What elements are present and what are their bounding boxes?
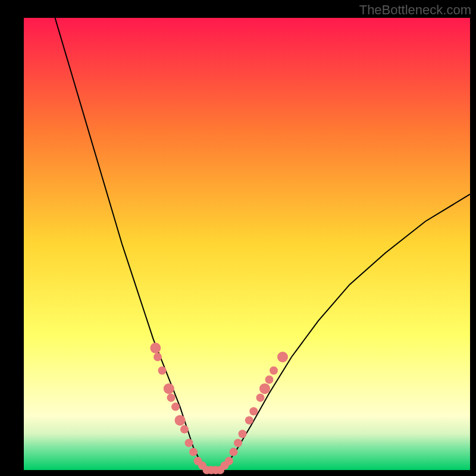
marker-dot xyxy=(230,448,238,456)
marker-dot xyxy=(225,457,233,465)
marker-dot xyxy=(249,407,258,415)
chart-container: TheBottleneck.com xyxy=(0,0,476,476)
plot-background xyxy=(24,18,470,470)
marker-dot xyxy=(189,448,198,456)
marker-dot xyxy=(175,415,186,425)
marker-dot xyxy=(256,393,265,402)
marker-dot xyxy=(245,416,253,424)
marker-dot xyxy=(259,383,270,394)
marker-dot xyxy=(270,367,278,375)
marker-dot xyxy=(277,352,288,362)
marker-dot xyxy=(180,425,189,434)
marker-dot xyxy=(185,439,193,447)
marker-dot xyxy=(167,393,176,402)
marker-dot xyxy=(164,383,174,394)
marker-dot xyxy=(265,375,274,384)
marker-dot xyxy=(239,430,247,438)
marker-dot xyxy=(234,439,242,447)
marker-dot xyxy=(150,343,161,353)
marker-dot xyxy=(158,367,167,375)
marker-dot xyxy=(154,353,162,361)
watermark-text: TheBottleneck.com xyxy=(359,2,471,18)
marker-dot xyxy=(171,403,180,411)
bottleneck-chart xyxy=(0,0,476,476)
